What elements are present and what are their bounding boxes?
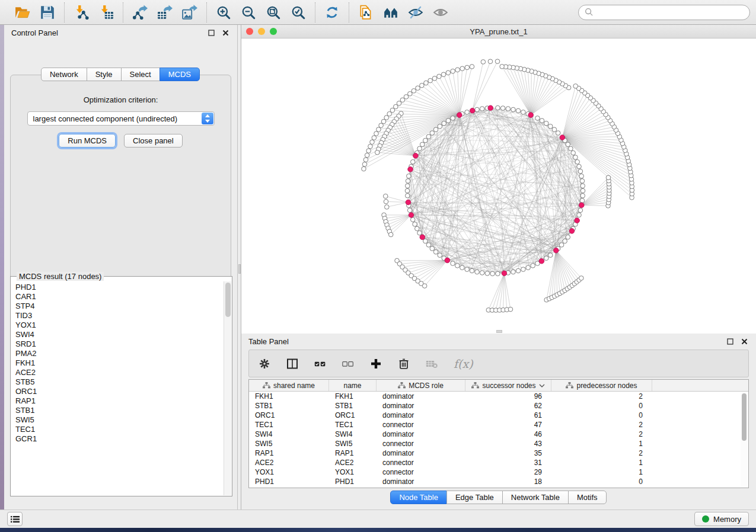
network-leaf-node[interactable] <box>424 81 429 85</box>
network-node[interactable] <box>433 127 438 132</box>
splitter-grip[interactable] <box>496 330 502 333</box>
network-node[interactable] <box>548 253 553 258</box>
zoom-selected-button[interactable] <box>288 2 309 23</box>
mcds-result-item[interactable]: SRD1 <box>15 339 224 349</box>
network-leaf-node[interactable] <box>377 127 381 132</box>
memory-button[interactable]: Memory <box>694 512 749 526</box>
network-leaf-node[interactable] <box>437 74 442 79</box>
network-leaf-node[interactable] <box>375 150 379 155</box>
network-node[interactable] <box>446 118 451 123</box>
network-leaf-node[interactable] <box>441 72 446 77</box>
task-history-button[interactable] <box>7 512 23 526</box>
delete-table-button[interactable] <box>426 358 438 370</box>
network-node[interactable] <box>490 271 495 276</box>
network-node[interactable] <box>580 188 585 193</box>
table-row[interactable]: YOX1YOX1connector291 <box>249 467 748 477</box>
table-row[interactable]: ACE2ACE2connector311 <box>249 458 748 467</box>
search-input[interactable] <box>597 8 744 17</box>
network-node[interactable] <box>580 184 585 188</box>
table-row[interactable]: SWI4SWI4dominator462 <box>249 430 748 439</box>
apply-layout-button[interactable] <box>321 2 343 23</box>
column-header-predecessor-nodes[interactable]: predecessor nodes <box>551 380 652 391</box>
mcds-result-item[interactable]: STB1 <box>15 406 224 415</box>
new-network-from-selection-button[interactable] <box>355 2 377 23</box>
tab-network-table[interactable]: Network Table <box>502 491 569 504</box>
run-mcds-button[interactable]: Run MCDS <box>59 134 116 148</box>
mcds-result-item[interactable]: PMA2 <box>15 349 224 358</box>
network-mcds-node[interactable] <box>445 258 450 263</box>
network-node[interactable] <box>451 116 455 121</box>
network-leaf-node[interactable] <box>606 175 611 180</box>
network-node[interactable] <box>465 110 470 115</box>
network-leaf-node[interactable] <box>573 84 578 89</box>
network-node[interactable] <box>475 270 480 274</box>
table-settings-button[interactable] <box>259 358 270 370</box>
delete-row-button[interactable] <box>398 358 410 370</box>
network-mcds-node[interactable] <box>528 113 534 118</box>
import-network-button[interactable] <box>71 2 92 23</box>
network-leaf-node[interactable] <box>370 140 375 145</box>
network-node[interactable] <box>460 265 465 270</box>
network-leaf-node[interactable] <box>383 194 388 198</box>
network-node[interactable] <box>430 131 435 136</box>
network-node[interactable] <box>577 213 582 217</box>
network-node[interactable] <box>544 121 548 126</box>
network-leaf-node[interactable] <box>366 149 371 153</box>
network-leaf-node[interactable] <box>416 86 420 91</box>
network-node[interactable] <box>548 124 553 129</box>
network-node[interactable] <box>415 226 420 231</box>
network-leaf-node[interactable] <box>446 70 451 75</box>
network-node[interactable] <box>426 134 431 139</box>
table-row[interactable]: FKH1FKH1dominator962 <box>249 392 748 401</box>
mcds-result-item[interactable]: YOX1 <box>15 321 224 330</box>
network-node[interactable] <box>407 174 412 178</box>
network-node[interactable] <box>410 217 415 222</box>
function-builder-button[interactable]: f(x) <box>454 357 473 370</box>
network-leaf-node[interactable] <box>368 144 373 149</box>
table-row[interactable]: RAP1RAP1dominator352 <box>249 448 748 458</box>
mcds-result-scrollbar[interactable] <box>224 281 231 495</box>
import-table-button[interactable] <box>95 2 117 23</box>
network-leaf-node[interactable] <box>374 132 379 136</box>
network-node[interactable] <box>552 127 557 132</box>
tab-edge-table[interactable]: Edge Table <box>446 491 503 504</box>
network-node[interactable] <box>413 222 417 227</box>
export-table-button[interactable] <box>154 2 176 23</box>
network-node[interactable] <box>405 184 410 188</box>
first-neighbors-button[interactable] <box>380 2 401 23</box>
network-node[interactable] <box>578 208 583 213</box>
network-canvas[interactable] <box>241 39 756 329</box>
network-node[interactable] <box>405 193 410 198</box>
network-leaf-node[interactable] <box>388 232 393 237</box>
network-node[interactable] <box>563 239 567 243</box>
mcds-result-item[interactable]: STB5 <box>15 377 224 387</box>
network-mcds-node[interactable] <box>579 203 584 208</box>
network-mcds-node[interactable] <box>413 153 419 159</box>
network-leaf-node[interactable] <box>422 284 427 289</box>
network-node[interactable] <box>516 268 521 273</box>
network-node[interactable] <box>540 118 544 123</box>
network-node[interactable] <box>420 142 425 147</box>
network-mcds-node[interactable] <box>420 235 425 240</box>
show-all-button[interactable] <box>430 2 451 23</box>
network-leaf-node[interactable] <box>470 65 474 69</box>
close-panel-icon[interactable] <box>739 336 749 346</box>
export-network-button[interactable] <box>129 2 151 23</box>
network-node[interactable] <box>578 169 583 174</box>
network-mcds-node[interactable] <box>569 229 575 234</box>
network-node[interactable] <box>526 265 531 270</box>
network-node[interactable] <box>442 121 446 126</box>
network-node[interactable] <box>577 164 582 169</box>
network-node[interactable] <box>531 264 535 268</box>
network-leaf-node[interactable] <box>428 78 433 83</box>
network-mcds-node[interactable] <box>470 108 475 113</box>
network-node[interactable] <box>423 138 428 143</box>
network-leaf-node[interactable] <box>384 116 389 120</box>
network-node[interactable] <box>405 188 410 193</box>
network-leaf-node[interactable] <box>387 111 392 116</box>
network-node[interactable] <box>407 208 412 213</box>
mcds-result-item[interactable]: PHD1 <box>15 283 224 292</box>
table-row[interactable]: TEC1TEC1connector472 <box>249 420 748 430</box>
network-node[interactable] <box>506 107 511 111</box>
network-leaf-node[interactable] <box>500 64 505 69</box>
